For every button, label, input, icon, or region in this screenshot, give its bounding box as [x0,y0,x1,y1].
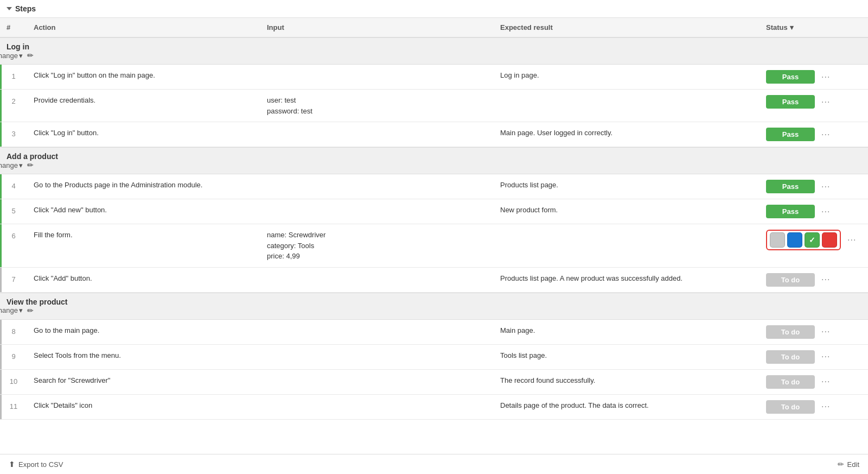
row-border-pass [0,174,2,199]
steps-container: Steps # Action Input Expected result Sta… [0,0,868,474]
row-status-cell: To do ··· [760,345,868,369]
status-pass-btn[interactable]: Pass [766,128,815,141]
status-red-btn[interactable] [822,232,837,248]
status-todo-btn[interactable]: To do [766,400,815,414]
group-add-product-title: Add a product [7,152,58,161]
export-csv-btn[interactable]: ⬆ Export to CSV [9,460,63,469]
group-header-view-product: View the product Change ▾ ✏ [0,293,868,320]
status-pass-btn[interactable]: Pass [766,180,815,193]
table-row: 6 Fill the form. name: Screwdriver categ… [0,224,868,268]
group-login-left: Log in [7,42,861,51]
row-input [260,174,494,185]
table-row: 11 Click "Details" icon Details page of … [0,395,868,420]
group-header-login: Log in Change ▾ ✏ [0,37,868,65]
row-input [260,320,494,331]
group-login-edit-icon[interactable]: ✏ [27,51,34,60]
row-border-todo [0,370,2,394]
status-todo-btn[interactable]: To do [766,273,815,287]
row-num: 10 [0,370,27,393]
group-view-product-left: View the product [7,298,861,306]
row-border-pass [0,199,2,224]
row-expected: Log in page. [494,65,760,86]
row-status-cell: Pass ··· [760,122,868,147]
status-blue-btn[interactable] [787,232,802,248]
row-border-todo [0,395,2,419]
row-action: Click "Log in" button. [27,122,260,144]
row-action: Fill the form. [27,224,260,246]
status-pass-btn[interactable]: Pass [766,95,815,109]
row-status-cell-picker: ✓ ··· [760,224,868,256]
row-expected: New product form. [494,199,760,221]
table-row: 5 Click "Add new" button. New product fo… [0,199,868,224]
status-todo-btn[interactable]: To do [766,350,815,364]
row-border-todo [0,320,2,344]
row-border-todo [0,268,2,292]
status-gray-btn[interactable] [770,232,785,248]
group-login-change-btn[interactable]: Change ▾ [0,52,23,60]
row-num: 6 [0,224,27,247]
table-row: 2 Provide credentials. user: test passwo… [0,90,868,122]
status-todo-btn[interactable]: To do [766,375,815,389]
row-expected: The record found successfully. [494,370,760,391]
more-options-btn[interactable]: ··· [819,207,832,217]
row-expected: Main page. User logged in correctly. [494,122,760,144]
row-action: Click "Add" button. [27,268,260,289]
row-border-pass [0,224,2,267]
steps-chevron-icon[interactable] [7,7,12,10]
status-todo-btn[interactable]: To do [766,325,815,339]
row-input [260,122,494,133]
change-chevron-icon: ▾ [19,52,23,60]
row-num: 9 [0,345,27,368]
row-action: Provide credentials. [27,90,260,111]
table-row: 1 Click "Log in" button on the main page… [0,65,868,90]
row-num: 7 [0,268,27,290]
row-action: Click "Log in" button on the main page. [27,65,260,86]
more-options-btn[interactable]: ··· [845,235,858,245]
row-num: 4 [0,174,27,197]
col-status[interactable]: Status ▾ [760,18,868,37]
col-action: Action [27,18,260,37]
more-options-btn[interactable]: ··· [819,182,832,192]
row-num: 8 [0,320,27,343]
more-options-btn[interactable]: ··· [819,275,832,285]
row-status-cell: To do ··· [760,370,868,394]
col-input: Input [260,18,494,37]
row-input: user: test password: test [260,90,494,122]
row-expected: Details page of the product. The data is… [494,395,760,416]
status-pass-btn[interactable]: Pass [766,70,815,84]
table-row: 8 Go to the main page. Main page. To do … [0,320,868,345]
edit-btn[interactable]: ✏ Edit [838,460,859,469]
row-num: 11 [0,395,27,418]
more-options-btn[interactable]: ··· [819,327,832,337]
status-green-btn[interactable]: ✓ [805,232,820,248]
group-add-product-edit-icon[interactable]: ✏ [27,161,34,169]
group-add-product-left: Add a product [7,152,861,161]
row-border-pass [0,65,2,89]
more-options-btn[interactable]: ··· [819,402,832,412]
row-action: Click "Details" icon [27,395,260,416]
row-expected: Products list page. A new product was su… [494,268,760,289]
group-view-product-change-btn[interactable]: Change ▾ [0,306,23,314]
row-action: Search for "Screwdriver" [27,370,260,391]
row-expected: Products list page. [494,174,760,196]
row-input [260,395,494,406]
group-login-title: Log in [7,42,29,51]
steps-title-text: Steps [15,4,36,13]
more-options-btn[interactable]: ··· [819,97,832,107]
row-expected: Main page. [494,320,760,342]
more-options-btn[interactable]: ··· [819,72,832,82]
more-options-btn[interactable]: ··· [819,130,832,140]
row-status-cell: To do ··· [760,268,868,292]
group-add-product-change-btn[interactable]: Change ▾ [0,161,23,169]
more-options-btn[interactable]: ··· [819,377,832,387]
row-input [260,199,494,210]
edit-pencil-icon: ✏ [838,460,844,469]
status-pass-btn[interactable]: Pass [766,205,815,218]
more-options-btn[interactable]: ··· [819,352,832,362]
table-row: 7 Click "Add" button. Products list page… [0,268,868,293]
group-view-product-edit-icon[interactable]: ✏ [27,306,34,315]
group-login-actions: Change ▾ ✏ [7,51,34,60]
col-expected: Expected result [494,18,760,37]
row-num: 1 [0,65,27,87]
group-add-product-actions: Change ▾ ✏ [7,161,34,169]
